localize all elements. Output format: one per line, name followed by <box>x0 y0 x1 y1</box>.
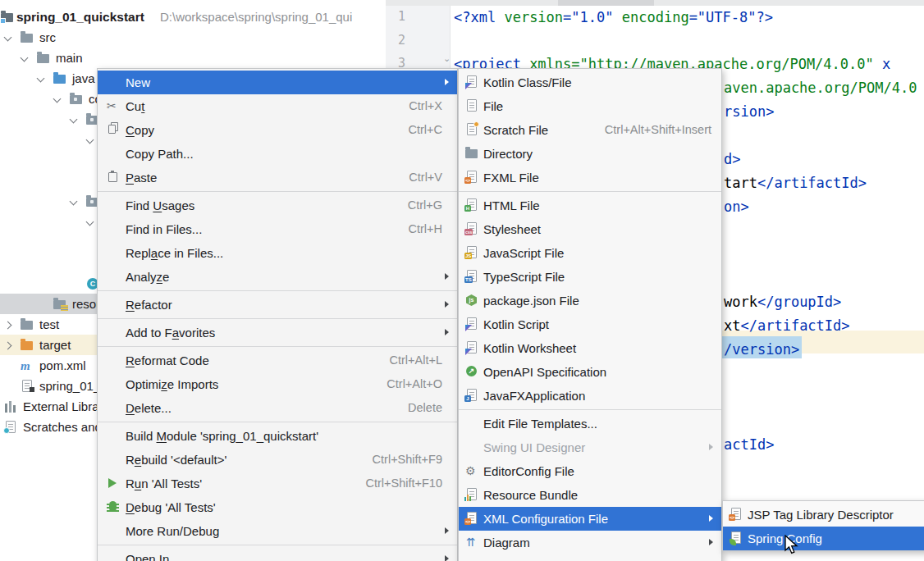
menu-item-kotlin-script[interactable]: Kotlin Script <box>459 312 721 336</box>
menu-item-scratch-file[interactable]: Scratch FileCtrl+Alt+Shift+Insert <box>459 118 721 142</box>
menu-separator <box>98 545 457 545</box>
folder-icon <box>20 30 34 45</box>
menu-item-spring-config[interactable]: Spring Config <box>723 527 924 550</box>
folder-pkg-icon <box>69 92 84 107</box>
menu-item-swing-ui-designer[interactable]: Swing UI Designer <box>459 436 721 459</box>
fold-marker-icon[interactable]: ⌄ <box>443 53 451 64</box>
menu-item-add-to-favorites[interactable]: Add to Favorites <box>98 321 457 344</box>
chevron-down-icon[interactable] <box>53 95 62 103</box>
menu-item-shortcut: Ctrl+Alt+L <box>390 349 442 372</box>
menu-item-html-file[interactable]: HHTML File <box>459 194 721 217</box>
copy-icon <box>106 122 121 137</box>
menu-item-new[interactable]: New <box>98 71 457 94</box>
menu-item-label: Copy <box>126 118 154 142</box>
scratch-icon <box>464 122 479 137</box>
code-run: /version> <box>724 341 799 358</box>
menu-item-reformat-code[interactable]: Reformat CodeCtrl+Alt+L <box>98 349 457 372</box>
chevron-down-icon[interactable] <box>70 198 78 206</box>
menu-item-data-source[interactable]: Data Source <box>459 554 721 561</box>
file-icon <box>464 98 479 113</box>
chevron-right-icon[interactable] <box>4 322 12 330</box>
menu-separator <box>459 409 721 410</box>
context-menu: New✂CutCtrl+XCopyCtrl+CCopy Path...Paste… <box>97 68 458 561</box>
menu-item-delete[interactable]: Delete...Delete <box>98 396 457 420</box>
menu-item-rebuild-default[interactable]: Rebuild '<default>'Ctrl+Shift+F9 <box>98 448 457 472</box>
menu-item-paste[interactable]: PasteCtrl+V <box>98 166 457 189</box>
menu-item-find-in-files[interactable]: Find in Files...Ctrl+H <box>98 217 457 241</box>
menu-item-copy-path[interactable]: Copy Path... <box>98 142 457 166</box>
code-run: ?> <box>757 9 773 25</box>
menu-item-label: Paste <box>126 166 157 189</box>
node-icon: js <box>464 293 479 308</box>
menu-item-cut[interactable]: ✂CutCtrl+X <box>98 94 457 118</box>
diagram-icon: ⇈ <box>464 535 479 550</box>
menu-item-analyze[interactable]: Analyze <box>98 265 457 289</box>
menu-item-replace-in-files[interactable]: Replace in Files... <box>98 241 457 265</box>
menu-item-editorconfig-file[interactable]: ⚙EditorConfig File <box>459 459 721 483</box>
xml-icon: <> <box>464 511 479 526</box>
menu-item-javascript-file[interactable]: JSJavaScript File <box>459 241 721 265</box>
menu-separator <box>98 318 457 319</box>
menu-item-openapi-specification[interactable]: ↗OpenAPI Specification <box>459 360 721 384</box>
menu-item-label: EditorConfig File <box>483 459 574 483</box>
menu-item-label: New <box>126 71 150 94</box>
code-run: </artifactId> <box>740 317 849 334</box>
menu-item-label: Debug 'All Tests' <box>126 495 216 519</box>
chevron-down-icon[interactable] <box>4 34 12 42</box>
code-fragment: work</groupId> <box>724 294 841 310</box>
menu-item-diagram[interactable]: ⇈Diagram <box>459 531 721 554</box>
menu-item-refactor[interactable]: Refactor <box>98 293 457 317</box>
menu-item-xml-configuration-file[interactable]: <>XML Configuration File <box>459 507 721 531</box>
menu-item-label: File <box>483 94 503 118</box>
menu-item-label: Rebuild '<default>' <box>126 448 226 472</box>
folder-icon <box>20 317 34 332</box>
menu-item-directory[interactable]: Directory <box>459 142 721 166</box>
bundle-icon <box>464 487 479 502</box>
menu-item-kotlin-worksheet[interactable]: Kotlin Worksheet <box>459 336 721 360</box>
submenu-arrow-icon <box>445 555 449 561</box>
spring-icon <box>729 531 743 545</box>
menu-item-typescript-file[interactable]: TSTypeScript File <box>459 265 721 289</box>
menu-item-shortcut: Delete <box>408 396 442 420</box>
menu-item-open-in[interactable]: Open In <box>98 547 457 561</box>
menu-separator <box>98 290 457 291</box>
chevron-right-icon[interactable] <box>4 342 12 350</box>
folder-icon <box>36 51 51 66</box>
menu-item-resource-bundle[interactable]: Resource Bundle <box>459 483 721 507</box>
tree-item-main[interactable]: main <box>0 48 386 68</box>
code-run: ="UTF-8" <box>689 9 757 25</box>
menu-item-more-run-debug[interactable]: More Run/Debug <box>98 519 457 543</box>
menu-item-jsp-tag-library-descriptor[interactable]: <>JSP Tag Library Descriptor <box>723 503 924 527</box>
chevron-down-icon[interactable] <box>70 116 78 124</box>
chevron-down-icon[interactable] <box>21 54 29 62</box>
menu-item-label: Edit File Templates... <box>483 412 597 436</box>
menu-item-edit-file-templates[interactable]: Edit File Templates... <box>459 412 721 436</box>
editor-tab-strip <box>386 0 924 6</box>
code-run: on> <box>724 198 749 215</box>
chevron-down-icon[interactable] <box>37 75 45 83</box>
chevron-down-icon[interactable] <box>86 136 94 144</box>
menu-item-copy[interactable]: CopyCtrl+C <box>98 118 457 142</box>
menu-item-optimize-imports[interactable]: Optimize ImportsCtrl+Alt+O <box>98 372 457 396</box>
menu-item-shortcut: Ctrl+Alt+Shift+Insert <box>605 118 711 142</box>
menu-item-stylesheet[interactable]: cssStylesheet <box>459 217 721 241</box>
tree-item-project-root[interactable]: spring_01_quickstartD:\workspace\spring\… <box>0 7 386 27</box>
menu-item-kotlin-class-file[interactable]: Kotlin Class/File <box>459 71 721 94</box>
tree-item-src[interactable]: src <box>0 27 386 48</box>
menu-item-label: OpenAPI Specification <box>483 360 606 384</box>
menu-item-package-json-file[interactable]: jspackage.json File <box>459 289 721 312</box>
menu-item-fxml-file[interactable]: <>FXML File <box>459 166 721 189</box>
menu-item-label: Stylesheet <box>483 217 541 241</box>
menu-item-file[interactable]: File <box>459 94 721 118</box>
chevron-down-icon[interactable] <box>86 218 94 226</box>
tab-strip-segment <box>558 0 654 6</box>
tree-item-label: src <box>39 27 56 48</box>
menu-item-find-usages[interactable]: Find UsagesCtrl+G <box>98 194 457 217</box>
menu-item-run-all-tests[interactable]: Run 'All Tests'Ctrl+Shift+F10 <box>98 472 457 495</box>
menu-item-debug-all-tests[interactable]: Debug 'All Tests' <box>98 495 457 519</box>
submenu-arrow-icon <box>445 329 449 335</box>
kotlin-icon <box>464 317 479 331</box>
code-run: xt <box>724 317 740 334</box>
menu-item-javafxapplication[interactable]: JJavaFXApplication <box>459 384 721 408</box>
menu-item-build-module-spring-01-quickstart[interactable]: Build Module 'spring_01_quickstart' <box>98 424 457 448</box>
